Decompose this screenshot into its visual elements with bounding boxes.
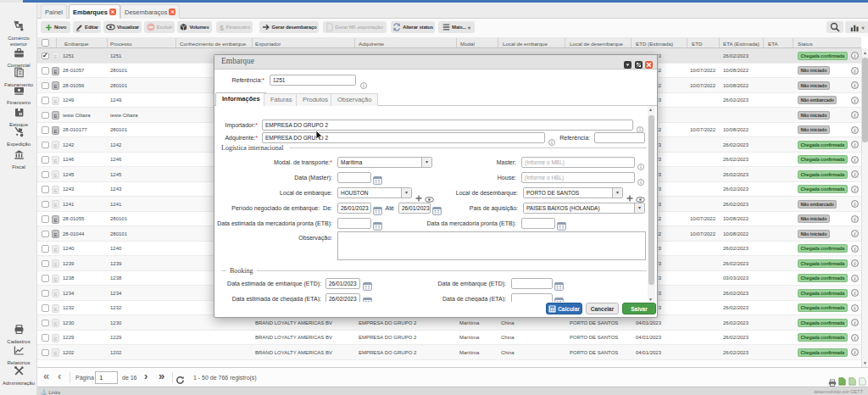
svg-text:$: $ — [220, 24, 224, 32]
